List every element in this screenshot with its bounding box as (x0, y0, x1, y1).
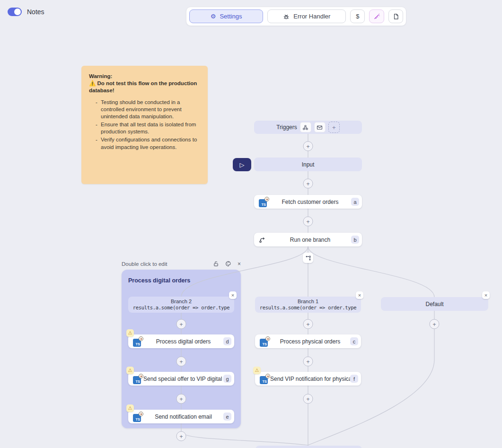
typescript-icon: TS (133, 412, 143, 422)
typescript-icon: TS (259, 197, 269, 207)
group-edit-hint: Double click to edit (122, 261, 167, 267)
node-label: Process digital orders (143, 338, 223, 345)
document-button[interactable] (388, 9, 403, 23)
add-step-button[interactable]: + (176, 394, 186, 404)
toggle-knob (14, 9, 21, 15)
delete-branch-button[interactable]: × (229, 291, 237, 299)
node-process-digital-orders[interactable]: ⚠ TS Process digital orders d (128, 334, 234, 348)
branch-condition-code: results.a.some(order => order.type (133, 305, 230, 311)
run-flow-button[interactable]: ▷ (233, 158, 251, 171)
warning-icon: ⚠ (128, 406, 132, 411)
typescript-icon: TS (260, 336, 270, 347)
notes-toggle-group: Notes (8, 8, 44, 16)
palette-icon[interactable] (225, 261, 231, 267)
node-label: Fetch customer orders (269, 199, 351, 205)
node-label: Send notification email (143, 413, 223, 420)
package-badge-icon (139, 336, 143, 341)
node-send-notification-email[interactable]: ⚠ TS Send notification email e (128, 410, 234, 423)
shortcut-badge: c (350, 337, 358, 345)
email-trigger-button[interactable] (314, 122, 326, 132)
input-node[interactable]: Input (254, 158, 362, 171)
play-icon: ▷ (240, 161, 245, 168)
group-toolbar: Double click to edit × (122, 261, 241, 267)
node-label: Run one branch (269, 237, 351, 243)
notes-toggle[interactable] (8, 8, 22, 16)
package-badge-icon (139, 374, 143, 378)
warning-icon: ⚠ (128, 368, 132, 373)
shortcut-badge: a (351, 198, 359, 206)
top-toolbar: ⚙ Settings Error Handler $ (186, 7, 406, 26)
billing-button[interactable]: $ (350, 9, 365, 23)
add-step-button[interactable]: + (176, 319, 186, 329)
triggers-label: Triggers (276, 124, 297, 131)
branch-split-icon[interactable] (303, 253, 313, 263)
document-icon (393, 13, 399, 20)
shortcut-badge: e (223, 413, 231, 421)
shortcut-badge: f (350, 375, 358, 383)
note-bullet: Testing should be conducted in a control… (96, 99, 200, 121)
warning-badge[interactable]: ⚠ (126, 329, 134, 337)
add-step-button[interactable]: + (176, 431, 186, 441)
webhook-trigger-button[interactable] (300, 122, 311, 132)
branch1-condition-node[interactable]: Branch 1 results.a.some(order => order.t… (255, 297, 361, 313)
add-step-button[interactable]: + (176, 357, 186, 367)
node-label: Send VIP notification for physical... (270, 376, 350, 382)
warning-note[interactable]: Warning: ⚠️ Do not test this flow on the… (81, 66, 208, 184)
ai-wand-button[interactable] (369, 9, 384, 23)
warning-badge[interactable]: ⚠ (126, 367, 134, 374)
note-bullet-list: Testing should be conducted in a control… (89, 99, 200, 151)
node-send-vip-notification[interactable]: ⚠ TS Send VIP notification for physical.… (255, 372, 361, 386)
warning-icon: ⚠ (255, 368, 259, 373)
lock-icon[interactable] (213, 261, 219, 267)
notes-label: Notes (27, 8, 44, 16)
warning-icon: ⚠ (128, 331, 132, 335)
triggers-node[interactable]: Triggers + (254, 121, 362, 134)
error-handler-button[interactable]: Error Handler (267, 9, 346, 23)
note-bullet: Verify configurations and connections to… (96, 136, 200, 150)
flow-edges (0, 0, 502, 448)
add-step-button[interactable]: + (303, 141, 313, 151)
settings-label: Settings (220, 13, 242, 20)
shortcut-badge: b (351, 236, 359, 244)
branch2-condition-node[interactable]: Branch 2 results.a.some(order => order.t… (128, 297, 234, 313)
typescript-icon: TS (133, 336, 143, 347)
node-send-special-offer[interactable]: ⚠ TS Send special offer to VIP digital c… (128, 372, 234, 386)
add-trigger-button[interactable]: + (328, 122, 340, 133)
magic-wand-icon (373, 13, 380, 20)
delete-branch-button[interactable]: × (482, 291, 490, 299)
delete-branch-button[interactable]: × (356, 291, 363, 299)
node-label: Send special offer to VIP digital c... (143, 376, 223, 382)
add-step-button[interactable]: + (303, 394, 313, 404)
note-bullet: Ensure that all test data is isolated fr… (96, 121, 200, 135)
node-fetch-customer-orders[interactable]: TS Fetch customer orders a (254, 195, 362, 209)
default-branch-node[interactable]: Default (381, 297, 488, 311)
note-title: Warning: (89, 73, 200, 80)
warning-badge[interactable]: ⚠ (253, 367, 261, 374)
branch-icon (259, 236, 269, 243)
branch-condition-code: results.a.some(order => order.type (260, 305, 357, 311)
typescript-icon: TS (260, 374, 270, 384)
node-label: Process physical orders (270, 338, 350, 345)
package-badge-icon (264, 197, 269, 202)
branch-title: Branch 1 (298, 299, 318, 305)
add-step-button[interactable]: + (303, 179, 313, 189)
add-step-button[interactable]: + (430, 319, 440, 329)
settings-button[interactable]: ⚙ Settings (189, 9, 263, 23)
package-badge-icon (139, 412, 143, 416)
shortcut-badge: d (223, 337, 231, 345)
dollar-icon: $ (356, 13, 359, 20)
node-run-one-branch[interactable]: Run one branch b (254, 233, 362, 246)
branch-title: Default (425, 301, 443, 307)
add-step-button[interactable]: + (303, 217, 313, 227)
node-partial-bottom[interactable] (255, 446, 362, 448)
warning-badge[interactable]: ⚠ (126, 404, 134, 412)
group-close-icon[interactable]: × (238, 261, 241, 267)
error-handler-label: Error Handler (293, 13, 330, 20)
gear-icon: ⚙ (211, 13, 216, 19)
package-badge-icon (265, 374, 270, 378)
node-process-physical-orders[interactable]: TS Process physical orders c (255, 334, 361, 348)
note-alert: ⚠️ Do not test this flow on the producti… (89, 80, 200, 94)
add-step-button[interactable]: + (303, 357, 313, 367)
input-label: Input (302, 161, 315, 168)
add-step-button[interactable]: + (303, 319, 313, 329)
